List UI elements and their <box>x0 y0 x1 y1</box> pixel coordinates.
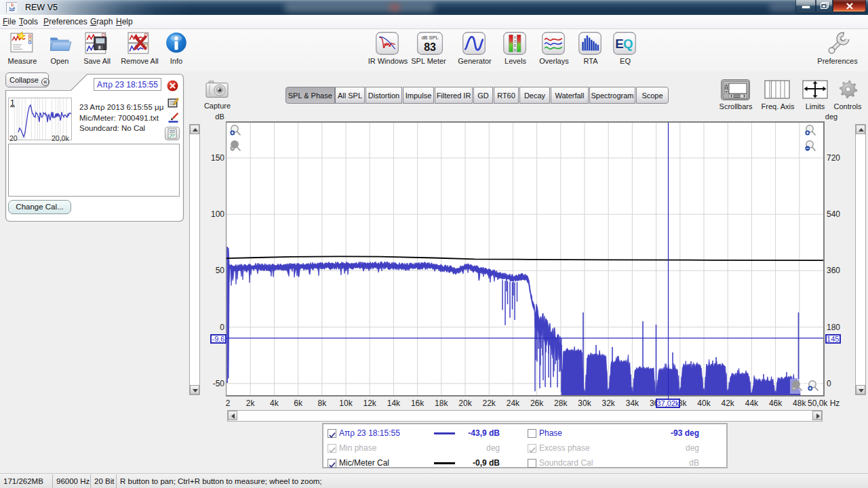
svg-text:83: 83 <box>424 41 436 53</box>
svg-text:dB SPL: dB SPL <box>421 35 438 41</box>
svg-text:6: 6 <box>514 44 516 47</box>
svg-text:E: E <box>615 37 623 51</box>
svg-text:Q: Q <box>623 37 633 51</box>
svg-text:3: 3 <box>514 40 516 43</box>
svg-text:0: 0 <box>514 36 516 39</box>
svg-text:9: 9 <box>514 49 516 52</box>
